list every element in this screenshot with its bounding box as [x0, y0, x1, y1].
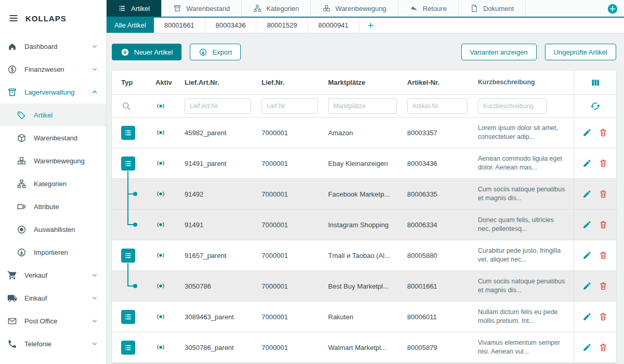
- subtab-article-80000941[interactable]: 80000941: [308, 18, 359, 33]
- chevron-up-icon: [90, 88, 99, 96]
- col-header-actions: [574, 71, 616, 94]
- active-status-icon[interactable]: [155, 311, 166, 322]
- active-status-icon[interactable]: [155, 342, 166, 353]
- sidebar-item-post-office[interactable]: Post Office: [0, 309, 106, 332]
- artikel-nr-filter-input[interactable]: [407, 98, 467, 114]
- delete-icon[interactable]: [599, 159, 608, 168]
- tab-retoure[interactable]: Retoure: [398, 0, 459, 17]
- marktplaetze-filter-input[interactable]: [328, 98, 397, 114]
- subtab-alle-artikel[interactable]: Alle Artikel: [107, 18, 154, 33]
- show-variants-button[interactable]: Varianten anzeigen: [461, 44, 537, 60]
- tab-kategorien[interactable]: Kategorien: [242, 0, 311, 17]
- parent-article-icon[interactable]: [121, 341, 135, 355]
- export-button[interactable]: Export: [190, 44, 241, 60]
- edit-icon[interactable]: [582, 251, 592, 260]
- sidebar-item-telefonie[interactable]: Telefonie: [0, 332, 106, 355]
- sidebar-item-einkauf[interactable]: Einkauf: [0, 287, 106, 309]
- hamburger-menu-icon[interactable]: [8, 13, 19, 23]
- marktplatz-cell: Tmall и Taobao (Al...: [328, 252, 407, 259]
- sidebar-item-warenbestand[interactable]: Warenbestand: [0, 126, 106, 149]
- table-row[interactable]: 3050786_parent 7000001 Walmart Marketpl.…: [112, 332, 616, 363]
- subtab-article-80003436[interactable]: 80003436: [205, 18, 257, 33]
- table-row[interactable]: 91491_parent 7000001 Ebay Kleinanzeigen …: [112, 148, 616, 179]
- add-article-tab-icon[interactable]: [367, 21, 375, 30]
- sidebar-item-verkauf[interactable]: Verkauf: [0, 264, 106, 287]
- edit-icon[interactable]: [582, 128, 592, 137]
- sidebar-item-attribute[interactable]: Attribute: [0, 195, 106, 218]
- table-header-row: Typ Aktiv Lief.Art.Nr. Lief.Nr. Marktplä…: [112, 71, 616, 95]
- active-status-icon[interactable]: [155, 127, 166, 138]
- lief-art-nr-cell: 91491: [185, 221, 262, 229]
- parent-article-icon[interactable]: [121, 310, 135, 324]
- table-row[interactable]: 3089463_parent 7000001 Rakuten 80006011 …: [112, 302, 616, 332]
- delete-icon[interactable]: [599, 343, 608, 352]
- active-status-icon[interactable]: [155, 158, 166, 168]
- kurzbeschreibung-cell: Cum sociis natoque penatibus et magnis d…: [478, 185, 574, 203]
- delete-icon[interactable]: [599, 128, 608, 137]
- tab-label: Warenbewegung: [335, 5, 386, 12]
- add-tab-button[interactable]: [607, 4, 618, 14]
- table-row[interactable]: 45982_parent 7000001 Amazon 80003357 Lor…: [112, 118, 616, 148]
- edit-icon[interactable]: [582, 159, 592, 168]
- unverified-articles-button[interactable]: Ungeprüfte Artikel: [545, 44, 616, 60]
- refresh-icon[interactable]: [590, 101, 601, 111]
- active-status-icon[interactable]: [155, 250, 166, 261]
- col-header-lief-art-nr[interactable]: Lief.Art.Nr.: [185, 79, 262, 86]
- delete-icon[interactable]: [599, 281, 608, 291]
- tab-artikel[interactable]: Artikel: [107, 0, 162, 17]
- sidebar-item-warenbewegung[interactable]: Warenbewegung: [0, 149, 106, 172]
- lief-art-nr-filter-input[interactable]: [185, 98, 251, 114]
- subtab-article-80001661[interactable]: 80001661: [154, 18, 205, 33]
- lief-nr-filter-input[interactable]: [262, 98, 318, 114]
- parent-article-icon[interactable]: [121, 157, 135, 171]
- tab-dokument[interactable]: Dokument: [459, 0, 526, 17]
- row-actions: [574, 240, 616, 270]
- sidebar-item-kategorien[interactable]: Kategorien: [0, 172, 106, 195]
- col-header-artikel-nr[interactable]: Artikel-Nr.: [407, 79, 478, 86]
- new-article-button[interactable]: Neuer Artikel: [112, 44, 181, 60]
- sidebar-item-finanzwesen[interactable]: Finanzwesen: [0, 58, 106, 81]
- edit-icon[interactable]: [582, 312, 592, 321]
- row-actions: [574, 118, 616, 148]
- home-icon: [7, 42, 17, 51]
- chevron-down-icon: [90, 340, 99, 348]
- col-header-kurzbeschreibung[interactable]: Kurzbeschreibung: [478, 78, 574, 87]
- delete-icon[interactable]: [599, 251, 608, 260]
- delete-icon[interactable]: [599, 312, 608, 321]
- active-status-icon[interactable]: [155, 219, 166, 230]
- artikel-nr-cell: 80006011: [407, 313, 478, 321]
- sidebar-item-importieren[interactable]: Importieren: [0, 241, 106, 264]
- col-header-typ[interactable]: Typ: [112, 71, 149, 94]
- edit-icon[interactable]: [582, 220, 592, 229]
- col-header-lief-nr[interactable]: Lief.Nr.: [262, 79, 328, 86]
- table-row[interactable]: 91657_parent 7000001 Tmall и Taobao (Al.…: [112, 240, 616, 271]
- edit-icon[interactable]: [582, 189, 592, 199]
- row-actions: [574, 148, 616, 178]
- sidebar-item-lagerverwaltung[interactable]: Lagerverwaltung: [0, 81, 106, 103]
- active-status-icon[interactable]: [155, 189, 166, 199]
- delete-icon[interactable]: [599, 220, 608, 229]
- tab-warenbestand[interactable]: Warenbestand: [162, 0, 242, 17]
- tab-warenbewegung[interactable]: Warenbewegung: [311, 0, 398, 17]
- sidebar-item-dashboard[interactable]: Dashboard: [0, 35, 106, 58]
- subtab-article-80001529[interactable]: 80001529: [256, 18, 308, 33]
- kurzbeschreibung-filter-input[interactable]: [478, 98, 547, 114]
- lief-art-nr-cell: 45982_parent: [185, 129, 262, 137]
- table-row-variant[interactable]: 91492 7000001 Facebook Marketp... 800063…: [112, 179, 616, 210]
- active-status-icon[interactable]: [155, 281, 166, 291]
- sidebar-item-auswahllisten[interactable]: Auswahllisten: [0, 218, 106, 241]
- edit-icon[interactable]: [582, 343, 592, 352]
- columns-settings-icon[interactable]: [590, 77, 601, 88]
- active-filter-toggle-icon[interactable]: [155, 101, 166, 111]
- col-header-aktiv[interactable]: Aktiv: [149, 79, 185, 86]
- edit-icon[interactable]: [582, 281, 592, 291]
- parent-article-icon[interactable]: [121, 126, 135, 140]
- chevron-down-icon: [90, 271, 99, 279]
- col-header-marktplaetze[interactable]: Marktplätze: [328, 79, 407, 86]
- filter-aktiv-cell: [149, 101, 185, 111]
- table-row-variant[interactable]: 3050786 7000001 Best Buy Marketpl... 800…: [112, 271, 616, 302]
- parent-article-icon[interactable]: [121, 249, 135, 263]
- sidebar-item-artikel[interactable]: Artikel: [0, 103, 106, 126]
- delete-icon[interactable]: [599, 189, 608, 199]
- table-row-variant[interactable]: 91491 7000001 Instagram Shopping 8000633…: [112, 210, 616, 240]
